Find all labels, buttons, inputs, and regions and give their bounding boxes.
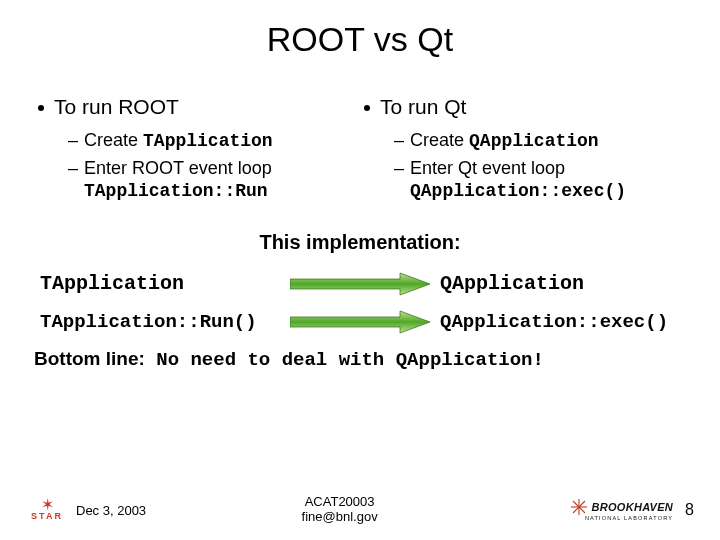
svg-line-7 xyxy=(573,507,579,513)
root-item-create: –Create TApplication xyxy=(68,129,360,153)
bullet-icon xyxy=(364,105,370,111)
heading-qt: To run Qt xyxy=(360,95,686,119)
star-icon: ✶ xyxy=(41,499,54,511)
footer-conf: ACAT20003 xyxy=(302,495,378,510)
bottom-rest-b: QApplication xyxy=(396,349,533,371)
svg-marker-0 xyxy=(290,273,430,295)
dash-icon: – xyxy=(68,129,78,152)
arrow-icon xyxy=(290,272,430,296)
dash-icon: – xyxy=(68,157,78,180)
map2-left: TApplication::Run() xyxy=(40,311,280,333)
qt-item1-code: QApplication xyxy=(469,131,599,151)
bottom-lead: Bottom line: xyxy=(34,348,145,369)
footer-date: Dec 3, 2003 xyxy=(76,503,146,518)
two-columns: To run ROOT –Create TApplication –Enter … xyxy=(34,95,686,207)
slide-title: ROOT vs Qt xyxy=(34,20,686,59)
dash-icon: – xyxy=(394,129,404,152)
svg-line-5 xyxy=(579,507,585,513)
slide: ROOT vs Qt To run ROOT –Create TApplicat… xyxy=(0,0,720,540)
star-logo: ✶ STAR xyxy=(26,497,68,523)
root-item-loop: –Enter ROOT event loop TApplication::Run xyxy=(68,157,360,203)
svg-marker-1 xyxy=(290,311,430,333)
root-item1-code: TApplication xyxy=(143,131,273,151)
root-item2-pre: Enter ROOT event loop xyxy=(84,158,272,178)
bullet-icon xyxy=(38,105,44,111)
mapping-row-1: TApplication QApplication xyxy=(34,272,686,296)
heading-qt-text: To run Qt xyxy=(380,95,466,118)
implementation-label: This implementation: xyxy=(34,231,686,254)
column-qt: To run Qt –Create QApplication –Enter Qt… xyxy=(360,95,686,207)
page-number: 8 xyxy=(685,501,694,519)
root-item1-pre: Create xyxy=(84,130,143,150)
arrow-1 xyxy=(280,272,440,296)
bottom-line: Bottom line: No need to deal with QAppli… xyxy=(34,348,686,371)
mapping-row-2: TApplication::Run() QApplication::exec() xyxy=(34,310,686,334)
bottom-rest-c: ! xyxy=(533,349,544,371)
footer-center: ACAT20003 fine@bnl.gov xyxy=(302,495,378,525)
dash-icon: – xyxy=(394,157,404,180)
qt-item2-code: QApplication::exec() xyxy=(410,181,626,201)
heading-root: To run ROOT xyxy=(34,95,360,119)
footer-right: BROOKHAVEN NATIONAL LABORATORY 8 xyxy=(533,497,694,523)
footer-email: fine@bnl.gov xyxy=(302,510,378,525)
map1-right: QApplication xyxy=(440,272,680,295)
sunburst-icon xyxy=(571,499,587,515)
svg-line-3 xyxy=(579,501,585,507)
svg-line-9 xyxy=(573,501,579,507)
bnl-logo: BROOKHAVEN NATIONAL LABORATORY xyxy=(533,497,673,523)
qt-item1-pre: Create xyxy=(410,130,469,150)
bnl-sub: NATIONAL LABORATORY xyxy=(585,515,673,521)
qt-item2-pre: Enter Qt event loop xyxy=(410,158,565,178)
column-root: To run ROOT –Create TApplication –Enter … xyxy=(34,95,360,207)
bottom-rest-a: No need to deal with xyxy=(145,349,396,371)
root-item2-code: TApplication::Run xyxy=(84,181,268,201)
footer-left: ✶ STAR Dec 3, 2003 xyxy=(26,497,146,523)
star-text: STAR xyxy=(31,511,63,521)
map1-left: TApplication xyxy=(40,272,280,295)
bnl-name: BROOKHAVEN xyxy=(591,501,673,513)
footer: ✶ STAR Dec 3, 2003 ACAT20003 fine@bnl.go… xyxy=(0,490,720,530)
heading-root-text: To run ROOT xyxy=(54,95,179,118)
qt-item-create: –Create QApplication xyxy=(394,129,686,153)
qt-item-loop: –Enter Qt event loop QApplication::exec(… xyxy=(394,157,686,203)
map2-right: QApplication::exec() xyxy=(440,311,680,333)
arrow-icon xyxy=(290,310,430,334)
arrow-2 xyxy=(280,310,440,334)
